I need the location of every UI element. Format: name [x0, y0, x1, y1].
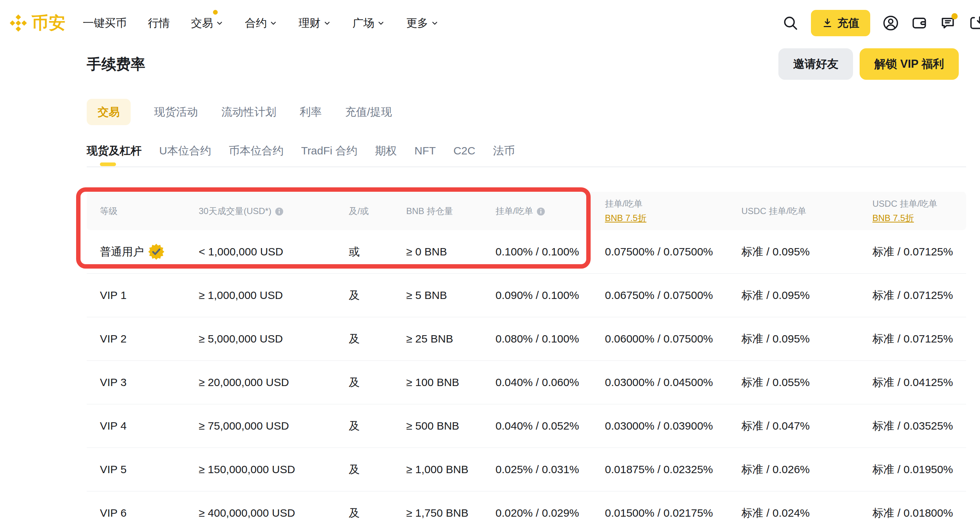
cell-bnb-balance: ≥ 25 BNB	[393, 333, 482, 345]
tab-spot-activities[interactable]: 现货活动	[154, 99, 198, 125]
profile-button[interactable]	[883, 15, 899, 31]
subtab-usdm-futures[interactable]: U本位合约	[159, 142, 211, 166]
info-icon[interactable]	[274, 207, 284, 216]
cell-bnb-balance: ≥ 1,000 BNB	[393, 463, 482, 476]
wallet-button[interactable]	[911, 15, 927, 31]
cell-value: 标准 / 0.095%	[741, 331, 810, 347]
fee-table-row-vip-3: VIP 3≥ 20,000,000 USD及≥ 100 BNB0.040% / …	[87, 361, 966, 405]
nav-item-trade[interactable]: 交易	[191, 16, 224, 31]
cell-value: VIP 3	[100, 376, 127, 389]
cell-value: 普通用户	[100, 244, 144, 260]
tab-interest-rate[interactable]: 利率	[300, 99, 322, 125]
cell-usdc-maker-taker: 标准 / 0.095%	[728, 288, 859, 303]
subtab-label: 现货及杠杆	[87, 145, 142, 157]
cell-level: 普通用户	[87, 244, 186, 260]
cell-level: VIP 1	[87, 289, 186, 301]
invite-friends-button[interactable]: 邀请好友	[778, 48, 853, 80]
fee-table-row-regular-user: 普通用户< 1,000,000 USD或≥ 0 BNB0.100% / 0.10…	[87, 230, 966, 274]
info-icon[interactable]	[536, 207, 546, 216]
fee-table-row-vip-2: VIP 2≥ 5,000,000 USD及≥ 25 BNB0.080% / 0.…	[87, 317, 966, 361]
cell-volume-30d: ≥ 400,000,000 USD	[186, 507, 336, 519]
messages-button[interactable]	[940, 15, 956, 31]
subtab-fiat[interactable]: 法币	[493, 142, 515, 166]
active-tab-indicator	[100, 162, 116, 166]
search-button[interactable]	[783, 15, 799, 31]
cell-value: 0.025% / 0.031%	[495, 463, 579, 476]
wallet-icon	[911, 15, 927, 31]
nav-item-label: 交易	[191, 16, 213, 31]
cell-volume-30d: ≥ 75,000,000 USD	[186, 420, 336, 432]
app-download-button[interactable]	[968, 15, 980, 31]
cell-usdc-maker-taker-bnb-discount: 标准 / 0.03525%	[859, 419, 966, 433]
cell-and-or: 及	[336, 506, 393, 521]
subtab-label: 法币	[493, 145, 515, 157]
column-header-label: 等级	[100, 206, 118, 216]
cell-value: 标准 / 0.04125%	[872, 375, 953, 390]
primary-tabs: 交易现货活动流动性计划利率充值/提现	[87, 99, 392, 125]
subtab-coinm-futures[interactable]: 币本位合约	[229, 142, 283, 166]
fee-table-row-vip-1: VIP 1≥ 1,000,000 USD及≥ 5 BNB0.090% / 0.1…	[87, 274, 966, 317]
cell-value: 0.080% / 0.100%	[495, 333, 579, 345]
chevron-down-icon	[216, 19, 224, 27]
cell-usdc-maker-taker-bnb-discount: 标准 / 0.07125%	[859, 288, 966, 303]
deposit-button[interactable]: 充值	[811, 10, 870, 36]
subtab-nft[interactable]: NFT	[415, 142, 436, 166]
chevron-down-icon	[269, 19, 277, 27]
cell-level: VIP 5	[87, 463, 186, 476]
unlock-vip-button[interactable]: 解锁 VIP 福利	[860, 48, 959, 80]
nav-item-markets[interactable]: 行情	[148, 16, 170, 31]
cell-value: VIP 6	[100, 507, 127, 519]
cell-maker-taker-bnb-discount: 0.01875% / 0.02325%	[592, 463, 728, 476]
subtab-tradfi-futures[interactable]: TradFi 合约	[301, 142, 358, 166]
cell-and-or: 及	[336, 288, 393, 303]
subtab-label: U本位合约	[159, 145, 211, 157]
bnb-discount-link[interactable]: BNB 7.5折	[605, 213, 646, 224]
cell-volume-30d: < 1,000,000 USD	[186, 245, 336, 258]
nav-item-more[interactable]: 更多	[406, 16, 439, 31]
tab-trading[interactable]: 交易	[87, 99, 130, 125]
cell-value: ≥ 1,000,000 USD	[199, 289, 283, 301]
bnb-discount-link[interactable]: BNB 7.5折	[872, 213, 914, 224]
tab-liquidity-program[interactable]: 流动性计划	[221, 99, 276, 125]
fee-table-header-row: 等级30天成交量(USD*)及/或BNB 持仓量挂单/吃单挂单/吃单BNB 7.…	[87, 192, 966, 230]
binance-logo-icon	[9, 14, 28, 33]
column-header-usdc-maker-taker: USDC 挂单/吃单	[728, 205, 859, 217]
cell-and-or: 及	[336, 462, 393, 477]
cell-maker-taker: 0.100% / 0.100%	[482, 245, 592, 258]
column-header-label: 挂单/吃单	[495, 206, 533, 216]
cell-maker-taker: 0.040% / 0.052%	[482, 420, 592, 432]
nav-item-earn[interactable]: 理财	[299, 16, 331, 31]
subtab-label: TradFi 合约	[301, 145, 358, 157]
cell-value: ≥ 100 BNB	[406, 376, 459, 389]
cell-value: 及	[349, 331, 360, 347]
subtab-c2c[interactable]: C2C	[453, 142, 476, 166]
deposit-icon	[822, 18, 833, 29]
cell-usdc-maker-taker: 标准 / 0.055%	[728, 375, 859, 390]
new-indicator-dot	[213, 10, 218, 14]
binance-logo[interactable]: 币安	[9, 12, 66, 34]
cell-and-or: 及	[336, 331, 393, 347]
cell-bnb-balance: ≥ 1,750 BNB	[393, 507, 482, 519]
cell-usdc-maker-taker-bnb-discount: 标准 / 0.01800%	[859, 506, 966, 521]
nav-item-futures[interactable]: 合约	[245, 16, 277, 31]
cell-value: 0.040% / 0.060%	[495, 376, 579, 389]
main-nav: 一键买币行情交易合约理财广场更多	[83, 16, 439, 31]
cell-value: ≥ 1,000 BNB	[406, 463, 468, 476]
nav-item-buy-crypto[interactable]: 一键买币	[83, 16, 127, 31]
cell-usdc-maker-taker-bnb-discount: 标准 / 0.07125%	[859, 331, 966, 347]
notification-dot	[951, 13, 958, 19]
cell-value: ≥ 1,750 BNB	[406, 507, 468, 519]
cell-and-or: 或	[336, 244, 393, 260]
tab-deposit-withdraw[interactable]: 充值/提现	[345, 99, 392, 125]
subtab-spot-margin[interactable]: 现货及杠杆	[87, 142, 142, 166]
cell-level: VIP 2	[87, 333, 186, 345]
cell-value: VIP 1	[100, 289, 127, 301]
nav-item-square[interactable]: 广场	[352, 16, 385, 31]
cell-value: 0.07500% / 0.07500%	[605, 245, 713, 258]
nav-item-label: 合约	[245, 16, 267, 31]
page-header: 手续费率 邀请好友 解锁 VIP 福利	[87, 48, 959, 80]
cell-value: < 1,000,000 USD	[199, 245, 283, 258]
subtab-options[interactable]: 期权	[375, 142, 397, 166]
cell-and-or: 及	[336, 375, 393, 390]
cell-value: 标准 / 0.095%	[741, 288, 810, 303]
